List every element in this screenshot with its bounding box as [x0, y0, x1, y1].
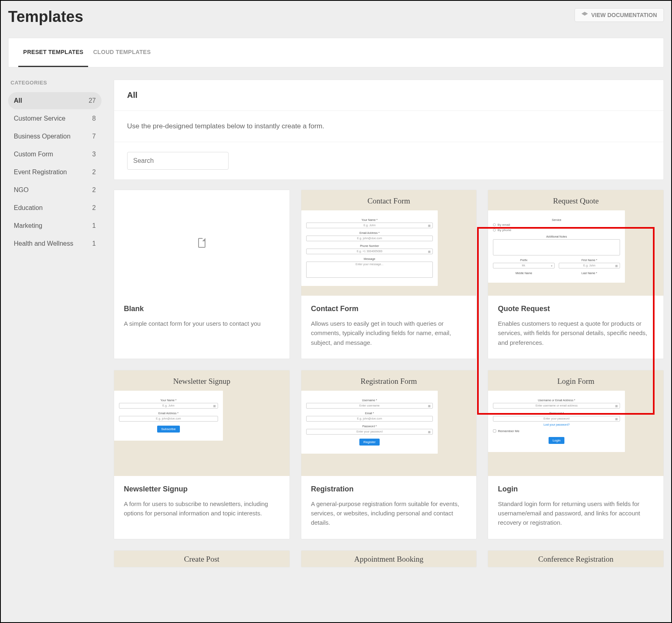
- category-label: Event Registration: [14, 169, 67, 176]
- template-preview: Newsletter SignupYour Name *E.g. John▦Em…: [114, 370, 290, 476]
- category-item[interactable]: Business Operation7: [8, 128, 102, 145]
- template-title: Blank: [124, 305, 280, 313]
- documentation-icon: [581, 12, 588, 18]
- sidebar: CATEGORIES All27Customer Service8Busines…: [8, 80, 102, 567]
- template-title: Quote Request: [498, 305, 654, 313]
- preview-title: Registration Form: [301, 377, 477, 386]
- template-description: A general-purpose registration form suit…: [311, 499, 467, 528]
- template-preview: Login FormUsername or Email Address *Ent…: [488, 370, 663, 476]
- tabs-container: PRESET TEMPLATES CLOUD TEMPLATES: [8, 38, 664, 67]
- template-preview: Conference Registration: [488, 551, 663, 567]
- page-title: Templates: [8, 8, 83, 26]
- template-card[interactable]: Create Post: [114, 550, 290, 567]
- template-preview: Request QuoteServiceBy emailBy phoneAddi…: [488, 190, 663, 296]
- category-count: 7: [92, 133, 96, 140]
- category-count: 8: [92, 115, 96, 122]
- category-count: 1: [92, 222, 96, 229]
- template-card[interactable]: BlankA simple contact form for your user…: [114, 190, 290, 359]
- template-card[interactable]: Login FormUsername or Email Address *Ent…: [488, 370, 664, 539]
- category-count: 2: [92, 204, 96, 212]
- template-description: Standard login form for returning users …: [498, 499, 654, 528]
- template-title: Contact Form: [311, 305, 467, 313]
- view-documentation-button[interactable]: VIEW DOCUMENTATION: [575, 8, 664, 22]
- preview-title: Contact Form: [301, 197, 477, 206]
- main-panel: All Use the pre-designed templates below…: [114, 80, 664, 180]
- category-label: Health and Wellness: [14, 240, 73, 247]
- categories-heading: CATEGORIES: [8, 80, 102, 86]
- template-card[interactable]: Conference Registration: [488, 550, 664, 567]
- section-heading: All: [114, 80, 663, 111]
- preview-title: Login Form: [488, 377, 663, 386]
- category-item[interactable]: Marketing1: [8, 217, 102, 234]
- category-label: All: [14, 97, 22, 104]
- template-card[interactable]: Request QuoteServiceBy emailBy phoneAddi…: [488, 190, 664, 359]
- tab-cloud-templates[interactable]: CLOUD TEMPLATES: [88, 38, 156, 67]
- section-description: Use the pre-designed templates below to …: [114, 111, 663, 142]
- preview-title: Conference Registration: [488, 555, 663, 564]
- template-card[interactable]: Newsletter SignupYour Name *E.g. John▦Em…: [114, 370, 290, 539]
- preview-title: Create Post: [114, 555, 290, 564]
- template-preview: Create Post: [114, 551, 290, 567]
- file-icon: [198, 238, 205, 248]
- category-label: Custom Form: [14, 151, 53, 158]
- template-preview: Appointment Booking: [301, 551, 477, 567]
- category-label: Business Operation: [14, 133, 71, 140]
- category-item[interactable]: Education2: [8, 199, 102, 216]
- template-description: Allows users to easily get in touch with…: [311, 319, 467, 347]
- category-count: 3: [92, 151, 96, 158]
- category-label: NGO: [14, 186, 28, 194]
- category-count: 27: [89, 97, 96, 104]
- view-documentation-label: VIEW DOCUMENTATION: [591, 12, 657, 18]
- preview-title: Newsletter Signup: [114, 377, 290, 386]
- template-card[interactable]: Registration FormUsername *Enter usernam…: [301, 370, 477, 539]
- category-item[interactable]: Health and Wellness1: [8, 235, 102, 252]
- template-title: Registration: [311, 485, 467, 493]
- category-item[interactable]: Custom Form3: [8, 146, 102, 163]
- category-item[interactable]: Customer Service8: [8, 110, 102, 127]
- template-card[interactable]: Contact FormYour Name *E.g. John▦Email A…: [301, 190, 477, 359]
- category-label: Education: [14, 204, 43, 212]
- category-item[interactable]: All27: [8, 92, 102, 109]
- template-preview: Registration FormUsername *Enter usernam…: [301, 370, 477, 476]
- category-count: 1: [92, 240, 96, 247]
- template-title: Newsletter Signup: [124, 485, 280, 493]
- preview-title: Appointment Booking: [301, 555, 477, 564]
- category-item[interactable]: NGO2: [8, 182, 102, 199]
- category-count: 2: [92, 186, 96, 194]
- category-count: 2: [92, 169, 96, 176]
- template-description: Enables customers to request a quote for…: [498, 319, 654, 347]
- category-item[interactable]: Event Registration2: [8, 164, 102, 181]
- preview-title: Request Quote: [488, 197, 663, 206]
- search-input[interactable]: [127, 152, 229, 170]
- template-card[interactable]: Appointment Booking: [301, 550, 477, 567]
- template-preview: [114, 190, 290, 296]
- tab-preset-templates[interactable]: PRESET TEMPLATES: [18, 38, 88, 67]
- template-preview: Contact FormYour Name *E.g. John▦Email A…: [301, 190, 477, 296]
- category-label: Marketing: [14, 222, 42, 229]
- template-description: A form for users to subscribe to newslet…: [124, 499, 280, 518]
- template-description: A simple contact form for your users to …: [124, 319, 280, 328]
- category-label: Customer Service: [14, 115, 65, 122]
- template-title: Login: [498, 485, 654, 493]
